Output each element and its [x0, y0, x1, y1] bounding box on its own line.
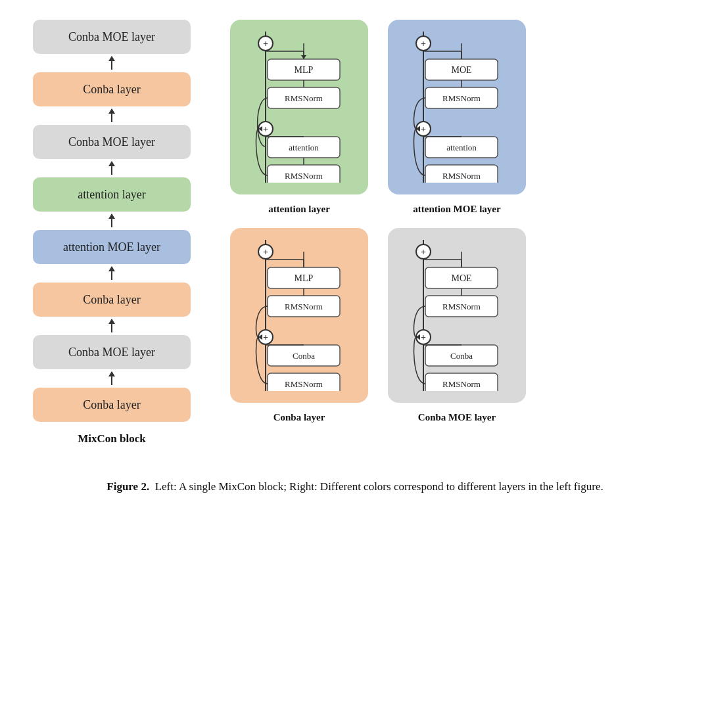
svg-text:MLP: MLP — [294, 273, 313, 283]
caption-label: Figure 2. — [106, 480, 149, 493]
svg-text:RMSNorm: RMSNorm — [442, 171, 481, 181]
caption-text: Left: A single MixCon block; Right: Diff… — [155, 480, 604, 493]
svg-text:+: + — [421, 39, 426, 49]
attention-layer-container: + MLP R — [230, 20, 368, 194]
svg-text:MOE: MOE — [451, 273, 471, 283]
svg-text:+: + — [421, 124, 426, 134]
svg-text:Conba: Conba — [293, 351, 315, 361]
left-section: Conba MOE layer Conba layer Conba MOE la… — [20, 20, 204, 445]
conba-moe-container: + MOE RMSNorm + — [388, 228, 526, 403]
svg-text:+: + — [263, 247, 268, 257]
svg-text:+: + — [421, 332, 426, 342]
svg-text:RMSNorm: RMSNorm — [285, 302, 323, 311]
svg-text:attention: attention — [446, 143, 477, 152]
svg-text:RMSNorm: RMSNorm — [442, 93, 481, 103]
svg-text:attention: attention — [289, 143, 319, 152]
right-section: + MLP R — [230, 20, 690, 423]
attention-moe-diagram: + MOE RMSNorm + — [388, 20, 526, 215]
layer-conba-top: Conba layer — [33, 72, 191, 106]
conba-layer-label: Conba layer — [273, 412, 325, 423]
svg-text:RMSNorm: RMSNorm — [442, 379, 481, 389]
attention-layer-label: attention layer — [268, 204, 330, 215]
svg-text:RMSNorm: RMSNorm — [442, 302, 481, 311]
svg-text:+: + — [421, 247, 426, 257]
left-title: MixCon block — [78, 432, 145, 445]
layer-conba-moe-bottom: Conba MOE layer — [33, 335, 191, 369]
conba-layer-diagram: + MLP RMSNorm + — [230, 228, 368, 423]
arrow-6 — [111, 317, 112, 335]
main-figure: Conba MOE layer Conba layer Conba MOE la… — [20, 20, 690, 445]
layer-conba-moe-2: Conba MOE layer — [33, 125, 191, 159]
svg-text:+: + — [263, 124, 268, 134]
arrow-4 — [111, 212, 112, 230]
layer-conba-bottom: Conba layer — [33, 388, 191, 422]
attention-moe-container: + MOE RMSNorm + — [388, 20, 526, 194]
layer-attention-moe: attention MOE layer — [33, 230, 191, 264]
layer-stack: Conba MOE layer Conba layer Conba MOE la… — [20, 20, 204, 422]
bottom-row: + MLP RMSNorm + — [230, 228, 690, 423]
arrow-7 — [111, 369, 112, 388]
layer-attention: attention layer — [33, 177, 191, 212]
svg-text:MOE: MOE — [451, 65, 471, 75]
svg-text:+: + — [263, 39, 268, 49]
layer-conba-mid: Conba layer — [33, 283, 191, 317]
svg-text:MLP: MLP — [294, 65, 313, 75]
svg-text:+: + — [263, 332, 268, 342]
top-row: + MLP R — [230, 20, 690, 215]
attention-moe-label: attention MOE layer — [413, 204, 500, 215]
arrow-1 — [111, 54, 112, 72]
svg-text:Conba: Conba — [450, 351, 473, 361]
svg-text:RMSNorm: RMSNorm — [285, 93, 323, 103]
arrow-5 — [111, 264, 112, 283]
conba-layer-svg: + MLP RMSNorm + — [251, 240, 360, 391]
svg-text:RMSNorm: RMSNorm — [285, 171, 323, 181]
attention-layer-diagram: + MLP R — [230, 20, 368, 215]
conba-layer-container: + MLP RMSNorm + — [230, 228, 368, 403]
layer-conba-moe-top: Conba MOE layer — [33, 20, 191, 54]
attention-layer-svg: + MLP R — [251, 32, 360, 183]
arrow-2 — [111, 106, 112, 125]
conba-moe-diagram: + MOE RMSNorm + — [388, 228, 526, 423]
svg-text:RMSNorm: RMSNorm — [285, 379, 323, 389]
conba-moe-svg: + MOE RMSNorm + — [409, 240, 517, 391]
conba-moe-label: Conba MOE layer — [418, 412, 496, 423]
figure-caption: Figure 2. Left: A single MixCon block; R… — [106, 478, 603, 495]
attention-moe-svg: + MOE RMSNorm + — [409, 32, 517, 183]
arrow-3 — [111, 159, 112, 177]
